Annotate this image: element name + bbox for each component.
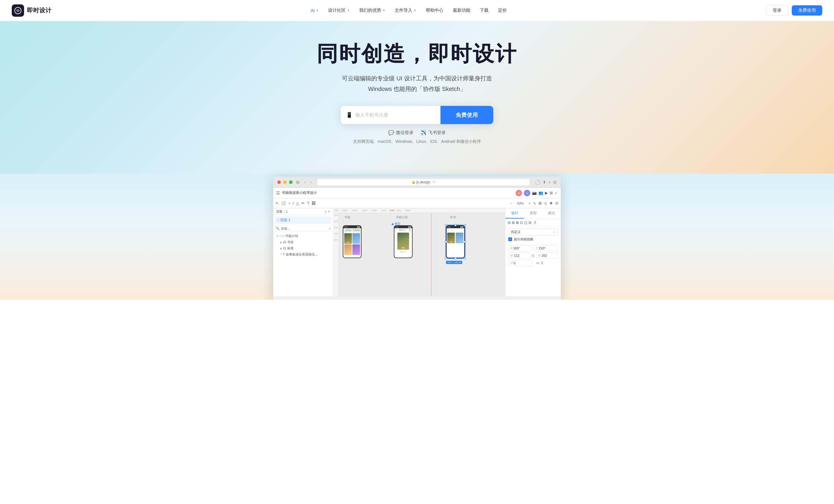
x-input[interactable]: X 165° bbox=[508, 245, 532, 251]
tab-design[interactable]: 设计 bbox=[505, 208, 524, 219]
align-center-icon[interactable]: ⊞ bbox=[512, 221, 515, 225]
feishu-icon: ✈️ bbox=[420, 130, 426, 135]
tool-play-icon[interactable]: ▶ bbox=[545, 191, 548, 195]
frame-tool[interactable]: ⬜ bbox=[281, 201, 286, 205]
sidebar-toggle-icon[interactable]: ⊞ bbox=[296, 180, 300, 184]
mask-tool[interactable]: ⊙ bbox=[555, 201, 558, 205]
overflow-checkbox[interactable]: ✓ bbox=[508, 237, 512, 241]
select-tool[interactable]: ↖ bbox=[276, 201, 279, 205]
layer-search-input[interactable] bbox=[281, 227, 328, 230]
nav-new-features[interactable]: 最新功能 bbox=[449, 5, 475, 16]
browser-add-tab-icon[interactable]: + bbox=[548, 180, 551, 184]
layer-expand-icon: ▶ bbox=[280, 247, 282, 250]
svg-point-1 bbox=[17, 10, 19, 11]
phone-frame-selected[interactable]: 9:41 ▐▐▐ ‹ FIRE bbox=[446, 225, 465, 258]
tab-prototype[interactable]: 原型 bbox=[524, 208, 542, 219]
layer-item[interactable]: ▼ □ □ 书籍介绍 bbox=[273, 233, 333, 239]
logo[interactable]: 即时设计 bbox=[12, 4, 52, 17]
alignment-row: ⊟ ⊞ ⊠ ⊡ ◫ ⊟ ⠿ bbox=[505, 219, 561, 227]
vector-tool[interactable]: ◇ bbox=[544, 201, 547, 205]
tab-annotation[interactable]: 标注 bbox=[542, 208, 561, 219]
layer-label: T 故事叙述在美国南北战争时... bbox=[283, 252, 321, 257]
nav-ai-label: Ai bbox=[311, 8, 314, 13]
nav-ai[interactable]: Ai ▼ bbox=[307, 5, 323, 15]
hero-cta-button[interactable]: 免费使用 bbox=[440, 106, 493, 124]
expand-pages-icon[interactable]: ∧ bbox=[328, 210, 330, 214]
pen-tool[interactable]: ✏ bbox=[301, 201, 305, 205]
layer-item[interactable]: ▶ 白 标签 bbox=[273, 245, 333, 251]
tool-grid-icon[interactable]: ⊞ bbox=[550, 191, 553, 195]
phone-input[interactable] bbox=[355, 112, 435, 118]
tool-collab-icon[interactable]: 👥 bbox=[539, 191, 543, 195]
browser-maximize-dot[interactable] bbox=[289, 180, 292, 184]
h-input[interactable]: H 162 bbox=[536, 253, 558, 259]
browser-forward-icon[interactable]: › bbox=[310, 180, 312, 184]
align-left-icon[interactable]: ⊟ bbox=[508, 221, 511, 225]
navbar: 即时设计 Ai ▼ 设计社区 ▼ 我们的优势 ▼ 文件导入 ▼ 帮助中心 最新功… bbox=[0, 0, 834, 21]
nav-community-label: 设计社区 bbox=[328, 8, 346, 13]
tool-photo-icon[interactable]: 📷 bbox=[532, 191, 537, 195]
login-button[interactable]: 登录 bbox=[766, 5, 788, 16]
wechat-login-button[interactable]: 💬 微信登录 bbox=[388, 130, 414, 135]
browser-close-dot[interactable] bbox=[277, 180, 281, 184]
tool-check-icon[interactable]: ✓ bbox=[555, 191, 558, 195]
nav-advantages[interactable]: 我们的优势 ▼ bbox=[355, 5, 390, 16]
flip-h-button[interactable]: ⇔ bbox=[536, 261, 540, 265]
component-tool[interactable]: ❖ bbox=[549, 201, 553, 205]
align-bottom-icon[interactable]: ⊟ bbox=[528, 221, 531, 225]
align-top-icon[interactable]: ⊡ bbox=[520, 221, 523, 225]
nav-download[interactable]: 下载 bbox=[476, 5, 493, 16]
browser-split-icon[interactable]: ⊟ bbox=[553, 180, 557, 184]
nav-help-label: 帮助中心 bbox=[426, 8, 443, 13]
browser-history-icon[interactable]: 🕐 bbox=[535, 180, 540, 184]
layer-item[interactable]: ▶ 白 书友 bbox=[273, 239, 333, 245]
nav-help[interactable]: 帮助中心 bbox=[422, 5, 447, 16]
y-input[interactable]: Y 210° bbox=[534, 245, 558, 251]
custom-select[interactable]: 自定义 ∨ bbox=[508, 228, 558, 235]
align-middle-icon[interactable]: ◫ bbox=[524, 221, 527, 225]
filter-icon[interactable]: ≡ bbox=[329, 227, 331, 230]
browser-minimize-dot[interactable] bbox=[283, 180, 287, 184]
circle-tool[interactable]: ○ bbox=[288, 201, 290, 205]
hero-section: 同时创造，即时设计 可云端编辑的专业级 UI 设计工具，为中国设计师量身打造 W… bbox=[0, 21, 834, 174]
logo-text: 即时设计 bbox=[27, 6, 52, 14]
layer-group-icon: □ bbox=[280, 234, 281, 238]
phone-frame-intro[interactable]: 9:41 ▐▐▐ ‹ 森林之火 ⬡ FIRE bbox=[394, 225, 413, 258]
grid-view-tool[interactable]: ⊞ bbox=[539, 201, 542, 205]
canvas-area[interactable]: 900 1000 1100 1200 1300 1400 1539 1641 1… bbox=[333, 208, 505, 296]
w-input[interactable]: W 112 bbox=[508, 253, 530, 259]
h-label: H bbox=[539, 254, 541, 257]
link-wh-button[interactable]: ⛓ bbox=[531, 253, 535, 259]
image-tool[interactable]: 🖼 bbox=[312, 201, 315, 205]
nav-community[interactable]: 设计社区 ▼ bbox=[324, 5, 354, 16]
nav-import-chevron-icon: ▼ bbox=[414, 9, 416, 12]
browser-back-icon[interactable]: ‹ bbox=[304, 180, 306, 184]
feishu-login-button[interactable]: ✈️ 飞书登录 bbox=[420, 130, 446, 135]
zoom-level[interactable]: 62% bbox=[515, 201, 526, 205]
refresh-icon[interactable]: ↻ bbox=[433, 180, 435, 184]
browser-url-bar[interactable]: 🔒 js.design ↻ bbox=[317, 179, 529, 185]
page-name[interactable]: 页面 1 bbox=[280, 218, 290, 223]
layer-expand-icon: ▶ bbox=[280, 241, 282, 244]
scale-tool[interactable]: ⤡ bbox=[533, 201, 536, 205]
line-tool[interactable]: / bbox=[293, 201, 294, 205]
overflow-label: 超出画板隐藏 bbox=[514, 237, 533, 241]
nav-pricing[interactable]: 定价 bbox=[494, 5, 511, 16]
nav-import[interactable]: 文件导入 ▼ bbox=[391, 5, 420, 16]
zoom-minus[interactable]: − bbox=[510, 201, 512, 205]
nav-links: Ai ▼ 设计社区 ▼ 我们的优势 ▼ 文件导入 ▼ 帮助中心 最新功能 下载 … bbox=[307, 5, 511, 16]
zoom-plus[interactable]: + bbox=[529, 201, 531, 205]
add-page-button[interactable]: + bbox=[324, 210, 327, 214]
flip-v-button[interactable]: ⇕ bbox=[541, 261, 544, 265]
browser-share-icon[interactable]: ⬆ bbox=[543, 180, 546, 184]
triangle-tool[interactable]: △ bbox=[296, 201, 299, 205]
text-tool[interactable]: T bbox=[307, 201, 309, 205]
logo-icon bbox=[12, 4, 24, 17]
phone-frame-bookshelf[interactable]: 9:41 ▐▐▐ 云南省谷 书店商城 FIRE bbox=[343, 225, 361, 258]
layer-item[interactable]: T T 故事叙述在美国南北战争时... bbox=[273, 251, 333, 258]
align-right-icon[interactable]: ⊠ bbox=[516, 221, 519, 225]
distribute-icon[interactable]: ⠿ bbox=[534, 221, 536, 225]
rotation-input[interactable]: ↺ 0 bbox=[508, 260, 533, 266]
free-use-button[interactable]: 免费使用 bbox=[792, 5, 822, 16]
app-menu-icon[interactable]: ☰ bbox=[276, 191, 280, 195]
